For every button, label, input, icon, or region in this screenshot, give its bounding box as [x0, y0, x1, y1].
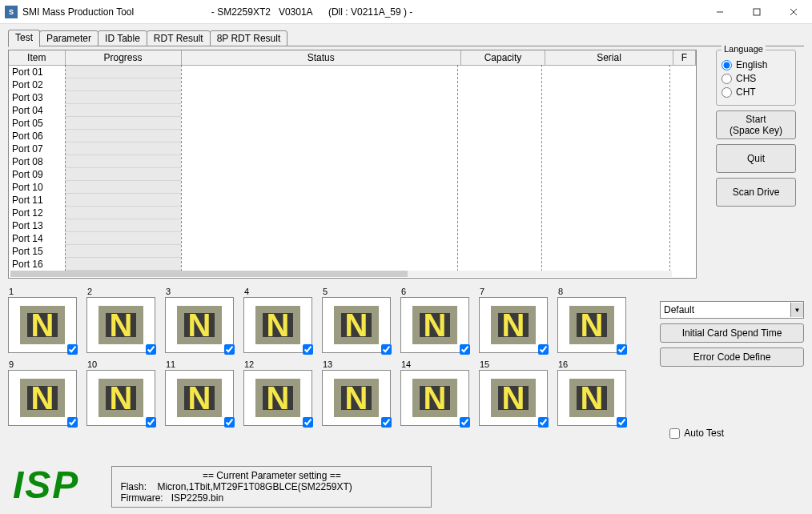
port-body[interactable]: N — [557, 297, 626, 353]
cell-capacity — [461, 104, 545, 117]
table-row[interactable]: Port 15 — [9, 245, 696, 258]
port-body[interactable]: N — [557, 370, 626, 426]
error-code-button[interactable]: Error Code Define — [660, 347, 804, 367]
table-row[interactable]: Port 16 — [9, 258, 696, 271]
n-icon: N — [177, 379, 222, 417]
cell-progress — [65, 143, 181, 155]
initial-card-button[interactable]: Initial Card Spend Time — [660, 323, 804, 343]
tab-8p-rdt-result[interactable]: 8P RDT Result — [210, 30, 288, 46]
port-enable-checkbox[interactable] — [381, 344, 392, 355]
tab-parameter[interactable]: Parameter — [39, 30, 98, 46]
port-enable-checkbox[interactable] — [538, 344, 549, 355]
table-row[interactable]: Port 04 — [9, 104, 696, 117]
lang-label: CHT — [736, 86, 756, 98]
cell-status — [181, 66, 461, 78]
table-row[interactable]: Port 10 — [9, 181, 696, 194]
port-body[interactable]: N — [322, 297, 391, 353]
h-scroll[interactable] — [10, 271, 672, 277]
cell-item: Port 12 — [9, 207, 65, 219]
cell-progress — [65, 117, 181, 130]
col-capacity[interactable]: Capacity — [461, 50, 545, 66]
port-enable-checkbox[interactable] — [303, 344, 313, 355]
lang-radio-cht[interactable] — [722, 87, 732, 98]
n-icon: N — [98, 379, 143, 417]
port-body[interactable]: N — [400, 370, 469, 426]
port-body[interactable]: N — [165, 297, 234, 353]
start-button[interactable]: Start (Space Key) — [716, 110, 796, 139]
tab-id-table[interactable]: ID Table — [98, 30, 147, 46]
maximize-button[interactable] — [738, 0, 775, 24]
n-icon: N — [569, 379, 614, 417]
lang-radio-english[interactable] — [722, 60, 732, 70]
lang-radio-chs[interactable] — [722, 74, 732, 84]
port-enable-checkbox[interactable] — [538, 417, 549, 428]
port-enable-checkbox[interactable] — [67, 417, 78, 428]
port-body[interactable]: N — [243, 297, 312, 353]
close-button[interactable] — [775, 0, 812, 24]
auto-test-checkbox[interactable] — [669, 428, 680, 439]
port-body[interactable]: N — [165, 370, 234, 426]
table-row[interactable]: Port 03 — [9, 91, 696, 104]
cell-progress — [65, 207, 181, 219]
port-enable-checkbox[interactable] — [617, 417, 627, 428]
port-number: 13 — [322, 359, 391, 369]
port-body[interactable]: N — [479, 297, 548, 353]
cell-progress — [65, 245, 181, 258]
port-enable-checkbox[interactable] — [146, 344, 156, 355]
port-body[interactable]: N — [243, 370, 312, 426]
port-number: 8 — [557, 287, 626, 296]
port-enable-checkbox[interactable] — [381, 417, 392, 428]
cell-f — [673, 245, 696, 258]
cell-item: Port 01 — [9, 66, 65, 78]
cell-item: Port 08 — [9, 155, 65, 168]
col-progress[interactable]: Progress — [65, 50, 181, 66]
table-row[interactable]: Port 08 — [9, 155, 696, 168]
cell-f — [673, 104, 696, 117]
cell-item: Port 07 — [9, 143, 65, 155]
table-row[interactable]: Port 13 — [9, 219, 696, 232]
quit-button[interactable]: Quit — [716, 144, 796, 173]
tab-rdt-result[interactable]: RDT Result — [147, 30, 211, 46]
port-enable-checkbox[interactable] — [303, 417, 313, 428]
profile-dropdown[interactable]: Default ▼ — [660, 301, 804, 319]
port-enable-checkbox[interactable] — [67, 344, 78, 355]
port-enable-checkbox[interactable] — [460, 417, 470, 428]
cell-serial — [545, 258, 673, 271]
cell-serial — [545, 168, 673, 181]
minimize-button[interactable] — [701, 0, 738, 24]
col-f[interactable]: F — [673, 50, 696, 66]
port-enable-checkbox[interactable] — [617, 344, 627, 355]
port-enable-checkbox[interactable] — [224, 417, 235, 428]
port-body[interactable]: N — [479, 370, 548, 426]
table-row[interactable]: Port 01 — [9, 66, 696, 78]
table-row[interactable]: Port 07 — [9, 143, 696, 155]
table-row[interactable]: Port 14 — [9, 232, 696, 245]
table-row[interactable]: Port 11 — [9, 194, 696, 207]
table-row[interactable]: Port 05 — [9, 117, 696, 130]
port-body[interactable]: N — [8, 297, 77, 353]
cell-status — [181, 155, 461, 168]
port-body[interactable]: N — [86, 370, 155, 426]
port-enable-checkbox[interactable] — [224, 344, 235, 355]
port-enable-checkbox[interactable] — [460, 344, 470, 355]
tab-test[interactable]: Test — [8, 30, 40, 47]
port-body[interactable]: N — [400, 297, 469, 353]
tab-strip: TestParameterID TableRDT Result8P RDT Re… — [8, 29, 804, 46]
cell-progress — [65, 219, 181, 232]
firmware-row: Firmware: ISP2259.bin — [120, 492, 423, 504]
port-slot-2: 2N — [86, 287, 155, 353]
port-body[interactable]: N — [86, 297, 155, 353]
cell-serial — [545, 66, 673, 78]
port-body[interactable]: N — [8, 370, 77, 426]
col-serial[interactable]: Serial — [545, 50, 673, 66]
col-item[interactable]: Item — [9, 50, 65, 66]
table-row[interactable]: Port 02 — [9, 78, 696, 91]
port-number: 9 — [8, 359, 77, 369]
table-row[interactable]: Port 06 — [9, 130, 696, 143]
table-row[interactable]: Port 09 — [9, 168, 696, 181]
col-status[interactable]: Status — [181, 50, 461, 66]
port-body[interactable]: N — [322, 370, 391, 426]
table-row[interactable]: Port 12 — [9, 207, 696, 219]
scan-drive-button[interactable]: Scan Drive — [716, 178, 796, 207]
port-enable-checkbox[interactable] — [146, 417, 156, 428]
